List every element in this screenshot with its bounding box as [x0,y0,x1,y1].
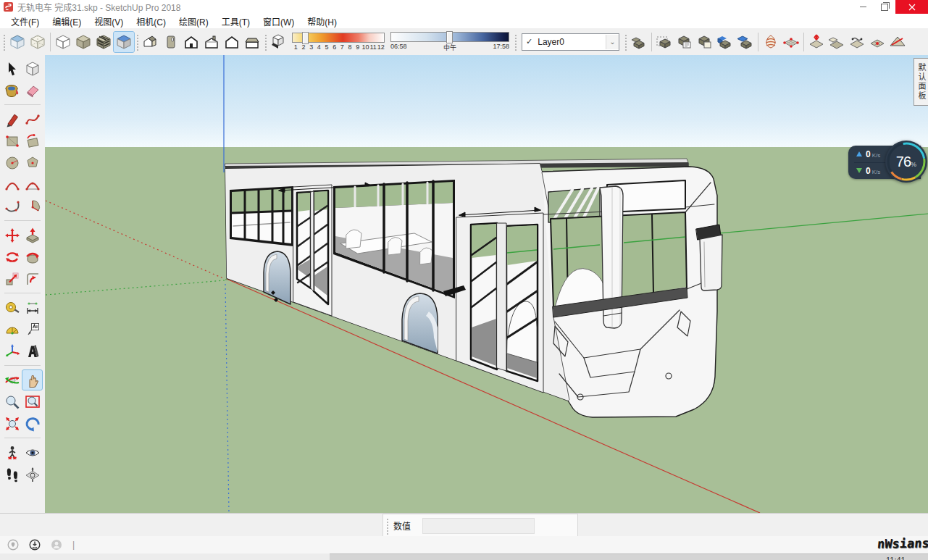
tool-walk[interactable] [2,464,22,484]
tool-tape-measure[interactable] [2,298,22,317]
dynamic-component-2-button[interactable] [735,32,756,52]
menu-file[interactable]: 文件(F) [4,14,46,29]
tool-look-around[interactable] [22,443,42,462]
toolbar-separator [758,33,758,51]
style-back-edges-button[interactable] [28,32,48,52]
tool-paint-bucket[interactable] [2,80,22,100]
view-left-button[interactable] [242,32,262,52]
sandbox-smoove-button[interactable] [806,32,827,52]
menu-camera[interactable]: 相机(C) [130,14,172,29]
shadows-toggle-button[interactable] [269,32,289,52]
minimize-button[interactable] [852,0,874,14]
edit-component-button[interactable] [654,32,674,52]
claim-credit-icon[interactable] [29,539,41,551]
toolbar-grip[interactable] [2,33,6,51]
view-back-button[interactable] [222,32,242,52]
tool-position-camera[interactable] [2,443,22,462]
month-slider-handle[interactable] [302,32,309,44]
sandbox-from-contours-button[interactable] [761,32,781,52]
sandbox-stamp-button[interactable] [827,32,847,52]
menu-draw[interactable]: 绘图(R) [172,14,215,29]
tool-select[interactable] [2,59,22,78]
toolbar-grip[interactable] [135,33,139,51]
tool-three-point-arc[interactable] [2,196,22,216]
tool-zoom[interactable] [2,392,22,411]
tool-make-component[interactable] [22,59,42,78]
layer-dropdown[interactable]: ✓ Layer0 ⌄ [522,33,619,51]
tool-move[interactable] [2,225,22,245]
menu-tools[interactable]: 工具(T) [215,14,256,29]
sandbox-from-scratch-button[interactable] [781,32,801,52]
tool-circle[interactable] [2,153,22,172]
memory-percent-badge[interactable]: 76 % [885,141,927,183]
sandbox-add-detail-button[interactable] [867,32,887,52]
tool-dimension[interactable] [22,298,42,317]
tool-push-pull[interactable] [22,225,42,245]
view-right-button[interactable] [201,32,222,52]
tray-tab-default[interactable]: 默认面板 [914,58,928,106]
title-bar: 无轨电车 完成31.skp - SketchUp Pro 2018 [0,0,928,14]
tool-line[interactable] [2,109,22,129]
tool-zoom-window[interactable] [22,392,42,411]
tool-pie[interactable] [22,196,42,216]
signin-avatar-icon[interactable] [51,539,62,551]
menu-view[interactable]: 视图(V) [88,14,130,29]
time-slider-handle[interactable] [446,31,453,43]
toolbar-grip[interactable] [264,33,267,51]
toolbar-grip[interactable] [624,33,627,51]
toolbar-grip[interactable] [514,33,517,51]
component-options-button[interactable] [674,32,695,52]
tool-3d-text[interactable] [22,341,42,361]
tool-pan[interactable] [22,370,42,390]
time-slider-labels: 06:58 中午 17:58 [390,43,509,52]
rectangle-icon [4,133,20,149]
restore-button[interactable] [874,0,895,14]
sandbox-drape-button[interactable] [847,32,867,52]
component-attributes-button[interactable] [695,32,715,52]
tool-orbit[interactable] [2,370,22,390]
view-iso-button[interactable] [141,32,161,52]
tool-rectangle[interactable] [2,131,22,151]
tool-follow-me[interactable] [22,247,42,267]
tool-zoom-previous[interactable] [22,414,42,433]
component-options-icon [676,33,693,51]
tool-offset[interactable] [22,269,42,288]
view-front-button[interactable] [181,32,201,52]
menu-edit[interactable]: 编辑(E) [46,14,88,29]
tool-protractor[interactable] [2,319,22,339]
panel-grip[interactable] [385,517,389,535]
tool-eraser[interactable] [22,80,42,100]
network-monitor-overlay[interactable]: 0 K/s 0 K/s [848,141,928,185]
tool-arc[interactable] [2,175,22,194]
style-shaded-textures-button[interactable] [93,32,114,52]
style-monochrome-button[interactable] [114,32,134,52]
chevron-down-icon[interactable]: ⌄ [606,35,619,49]
tool-scale[interactable] [2,269,22,288]
tool-axes[interactable] [2,341,22,361]
viewport-canvas[interactable]: 默认面板 0 K/s 0 K/s [45,55,928,513]
sandbox-flip-edge-button[interactable] [887,32,908,52]
month-slider-labels: 123456789101112 [292,43,385,51]
make-group-button[interactable] [629,32,649,52]
tool-text[interactable] [22,319,42,339]
shadow-month-slider[interactable]: 123456789101112 [292,33,385,51]
style-xray-button[interactable] [7,32,28,52]
dynamic-component-1-button[interactable] [715,32,735,52]
measurements-input[interactable] [422,518,535,534]
tool-polygon[interactable] [22,153,42,172]
shadow-time-slider[interactable]: 06:58 中午 17:58 [390,32,509,52]
style-hidden-line-button[interactable] [73,32,93,52]
menu-help[interactable]: 帮助(H) [301,14,343,29]
tool-rotate[interactable] [2,247,22,267]
tool-two-point-arc[interactable] [22,175,42,194]
close-button[interactable] [895,0,928,14]
menu-window[interactable]: 窗口(W) [256,14,301,29]
geolocation-icon[interactable] [7,539,19,551]
view-top-button[interactable] [161,32,181,52]
style-wireframe-button[interactable] [53,32,73,52]
tool-section-plane[interactable] [22,464,42,484]
palette-separator [4,293,41,293]
tool-freehand[interactable] [22,109,42,129]
tool-rotated-rectangle[interactable] [22,131,42,151]
tool-zoom-extents[interactable] [2,414,22,433]
